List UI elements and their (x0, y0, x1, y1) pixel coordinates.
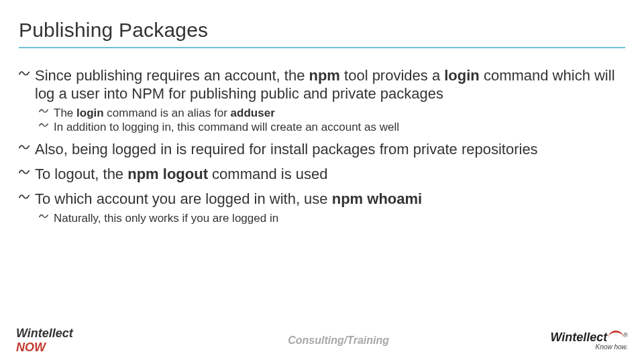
bullet-list: Since publishing requires an account, th… (19, 67, 625, 225)
footer: Wintellect NOW Consulting/Training Winte… (0, 324, 644, 362)
text: In addition to logging in, this command … (54, 121, 399, 133)
bold: login (76, 107, 104, 119)
text: tool provides a (340, 67, 444, 84)
logo-wintellect: Wintellect® Know how. (550, 330, 628, 351)
logo-text: Wintellect (16, 326, 73, 340)
text: Naturally, this only works if you are lo… (54, 212, 278, 225)
bullet-3: To logout, the npm logout command is use… (31, 166, 625, 184)
slide-title: Publishing Packages (19, 19, 625, 42)
logo-wintellect-now: Wintellect NOW (16, 326, 73, 355)
bold: npm (309, 67, 339, 84)
bold: npm whoami (332, 190, 422, 207)
footer-center-text: Consulting/Training (288, 335, 389, 347)
sub-bullet: Naturally, this only works if you are lo… (51, 211, 625, 225)
text: To logout, the (35, 166, 127, 182)
text: command is used (208, 166, 328, 182)
sub-list: Naturally, this only works if you are lo… (35, 211, 625, 225)
title-underline (19, 47, 625, 48)
registered-mark: ® (623, 332, 628, 339)
sub-list: The login command is an alias for adduse… (35, 106, 625, 135)
bullet-2: Also, being logged in is required for in… (31, 141, 625, 159)
sub-bullet: The login command is an alias for adduse… (51, 106, 625, 120)
text: command is an alias for (104, 107, 231, 119)
logo-text: NOW (16, 341, 46, 354)
text: To which account you are logged in with,… (35, 190, 332, 207)
bold: adduser (231, 107, 275, 119)
bold: npm logout (127, 166, 208, 182)
text: Since publishing requires an account, th… (35, 67, 309, 84)
logo-tagline: Know how. (550, 343, 628, 351)
text: The (54, 107, 76, 119)
bold: login (444, 67, 480, 84)
sub-bullet: In addition to logging in, this command … (51, 120, 625, 134)
logo-text: Wintellect (550, 330, 607, 344)
bullet-1: Since publishing requires an account, th… (31, 67, 625, 134)
slide: Publishing Packages Since publishing req… (0, 0, 644, 362)
bullet-4: To which account you are logged in with,… (31, 190, 625, 225)
text: Also, being logged in is required for in… (35, 141, 538, 158)
swoosh-icon (608, 330, 623, 337)
